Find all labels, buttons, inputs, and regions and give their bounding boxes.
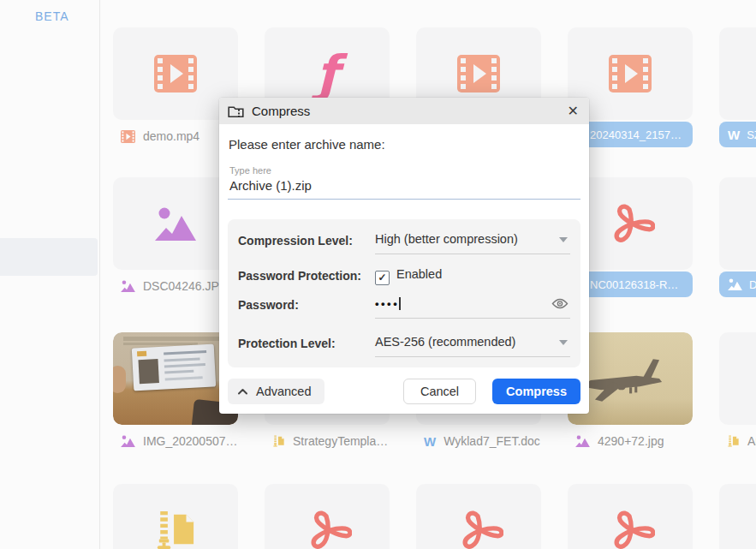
- compress-dialog: Compress ✕ Please enter archive name: Ty…: [219, 98, 589, 414]
- compression-level-value: High (better compression): [375, 232, 518, 246]
- archive-name-floating-label: Type here: [229, 165, 580, 176]
- video-icon: [609, 55, 652, 92]
- password-label: Password:: [238, 296, 375, 312]
- chevron-down-icon: [559, 237, 568, 242]
- file-name: Ar: [747, 434, 756, 448]
- file-name: DSC04246.JPG: [143, 279, 229, 293]
- file-tile: W: [719, 27, 756, 120]
- file-name: Wyklad7_FET.doc: [443, 434, 540, 448]
- beta-badge[interactable]: BETA: [35, 9, 69, 23]
- flash-icon: ƒ: [316, 49, 337, 98]
- word-icon: W: [728, 128, 740, 141]
- image-icon: [121, 280, 135, 292]
- video-icon: [121, 130, 135, 143]
- zip-archive-icon: [727, 435, 740, 447]
- file-tile: [568, 484, 693, 549]
- cancel-button[interactable]: Cancel: [403, 379, 476, 404]
- file-name: DS: [749, 278, 756, 291]
- chevron-up-icon: [237, 388, 248, 395]
- file-card[interactable]: DS: [719, 177, 756, 297]
- pdf-icon: [605, 509, 655, 549]
- compress-button[interactable]: Compress: [492, 379, 580, 404]
- checkmark-icon: ✓: [378, 272, 386, 283]
- advanced-label: Advanced: [256, 385, 312, 398]
- password-protection-checkbox[interactable]: ✓: [375, 271, 390, 285]
- selected-file-name: DS: [719, 272, 756, 297]
- file-name: StrategyTempla…: [293, 434, 388, 448]
- compress-folder-icon: [228, 104, 244, 118]
- archive-name-input[interactable]: Archive (1).zip: [228, 176, 580, 200]
- file-name: SZ: [747, 128, 756, 141]
- image-icon: [121, 435, 135, 447]
- file-name: demo.mp4: [143, 129, 199, 143]
- image-icon: [728, 278, 742, 290]
- password-masked-value: ••••: [375, 297, 399, 310]
- password-input[interactable]: ••••: [375, 296, 570, 319]
- protection-level-select[interactable]: AES-256 (recommended): [375, 335, 570, 357]
- file-tile: [416, 484, 541, 549]
- text-cursor: [399, 297, 401, 310]
- word-icon: W: [424, 435, 436, 448]
- file-name: 4290+72.jpg: [598, 434, 664, 448]
- dialog-header[interactable]: Compress ✕: [219, 98, 589, 124]
- file-card[interactable]: Ar: [719, 332, 756, 450]
- advanced-button[interactable]: Advanced: [228, 379, 324, 404]
- zip-archive-icon: [154, 510, 197, 549]
- file-tile: [265, 484, 390, 549]
- enabled-label: Enabled: [396, 267, 442, 281]
- chevron-down-icon: [559, 340, 568, 345]
- sidebar-active-item[interactable]: [0, 238, 98, 276]
- file-card[interactable]: [416, 484, 541, 549]
- close-icon[interactable]: ✕: [566, 103, 580, 120]
- video-icon: [154, 55, 197, 92]
- file-card[interactable]: [719, 484, 756, 549]
- pdf-icon: [302, 509, 352, 549]
- file-name: NC00126318-R…: [590, 278, 678, 291]
- file-caption: WWyklad7_FET.doc: [416, 433, 541, 450]
- eye-icon[interactable]: [551, 297, 568, 313]
- file-name: 20240314_2157…: [590, 128, 682, 141]
- file-card[interactable]: [113, 484, 238, 549]
- compression-level-select[interactable]: High (better compression): [375, 232, 570, 254]
- file-card[interactable]: [568, 484, 693, 549]
- dialog-title: Compress: [252, 104, 310, 118]
- pdf-icon: [605, 202, 655, 245]
- image-icon: [155, 206, 196, 241]
- file-name: IMG_20200507…: [143, 434, 238, 448]
- protection-level-label: Protection Level:: [238, 335, 375, 350]
- file-caption: StrategyTempla…: [265, 433, 390, 450]
- protection-level-value: AES-256 (recommended): [375, 335, 515, 349]
- image-icon: [575, 435, 590, 447]
- file-tile: [113, 484, 238, 549]
- file-card[interactable]: WWSZ: [719, 27, 756, 147]
- dialog-prompt: Please enter archive name:: [229, 137, 580, 152]
- password-protection-field: ✓Enabled: [375, 267, 570, 285]
- file-card[interactable]: [265, 484, 390, 549]
- file-caption: 4290+72.jpg: [568, 433, 693, 450]
- file-tile: [719, 177, 756, 270]
- password-protection-label: Password Protection:: [238, 267, 375, 283]
- file-tile: [719, 332, 756, 425]
- file-caption: Ar: [719, 433, 756, 450]
- pdf-icon: [454, 509, 503, 549]
- file-tile: [719, 484, 756, 549]
- compression-level-label: Compression Level:: [238, 232, 375, 248]
- file-caption: IMG_20200507…: [113, 433, 238, 450]
- sidebar: BETA: [0, 0, 100, 549]
- options-panel: Compression Level: High (better compress…: [228, 219, 580, 367]
- zip-archive-icon: [272, 435, 285, 447]
- archive-name-value: Archive (1).zip: [229, 178, 312, 193]
- video-icon: [457, 55, 500, 92]
- selected-file-name: WSZ: [719, 122, 756, 147]
